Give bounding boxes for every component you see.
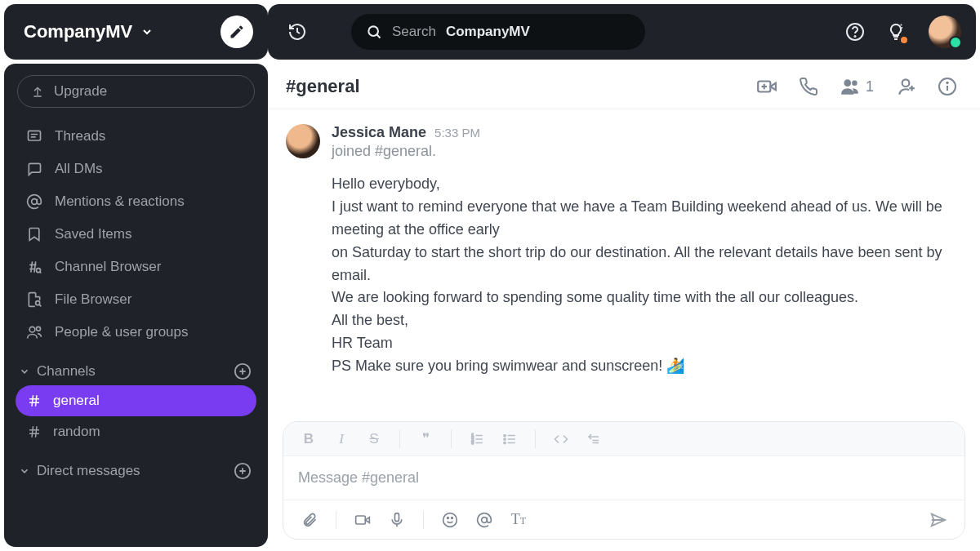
nav-people[interactable]: People & user groups bbox=[17, 317, 255, 348]
search-input[interactable]: Search CompanyMV bbox=[351, 14, 645, 50]
message-avatar[interactable] bbox=[286, 124, 320, 158]
nav-saved[interactable]: Saved Items bbox=[17, 219, 255, 250]
message-composer: B I S ❞ 123 Message #general bbox=[283, 421, 965, 540]
compose-button[interactable] bbox=[220, 16, 253, 48]
bullet-list-button[interactable] bbox=[496, 427, 523, 451]
italic-button[interactable]: I bbox=[327, 427, 355, 451]
separator bbox=[399, 430, 400, 448]
workspace-switcher[interactable]: CompanyMV bbox=[24, 21, 154, 42]
video-message-button[interactable] bbox=[348, 507, 377, 533]
people-icon bbox=[25, 324, 43, 340]
nav-label: People & user groups bbox=[55, 324, 189, 340]
svg-point-54 bbox=[504, 434, 506, 436]
separator bbox=[535, 430, 536, 448]
nav-label: Mentions & reactions bbox=[55, 193, 185, 210]
hash-icon bbox=[27, 424, 42, 439]
separator bbox=[451, 430, 452, 448]
svg-line-20 bbox=[32, 395, 33, 407]
code-icon bbox=[554, 432, 568, 447]
bold-button[interactable]: B bbox=[295, 427, 323, 451]
message-time: 5:33 PM bbox=[434, 126, 480, 140]
placeholder: Message #general bbox=[298, 469, 419, 486]
hash-icon bbox=[27, 393, 42, 408]
chevron-down-icon bbox=[19, 366, 30, 377]
at-icon bbox=[25, 193, 43, 210]
nav-threads[interactable]: Threads bbox=[17, 121, 255, 152]
svg-point-39 bbox=[902, 79, 910, 87]
svg-line-12 bbox=[39, 304, 42, 307]
add-person-icon bbox=[895, 76, 916, 97]
start-call-button[interactable] bbox=[799, 77, 818, 96]
svg-point-55 bbox=[504, 438, 506, 439]
separator bbox=[423, 511, 424, 529]
message: Jessica Mane 5:33 PM joined #general. He… bbox=[286, 124, 957, 378]
composer-actions: TT bbox=[283, 500, 964, 539]
history-button[interactable] bbox=[283, 17, 312, 47]
mention-button[interactable] bbox=[470, 507, 499, 533]
members-button[interactable]: 1 bbox=[840, 76, 874, 97]
start-video-button[interactable] bbox=[756, 76, 777, 97]
attach-button[interactable] bbox=[295, 507, 324, 533]
codeblock-button[interactable] bbox=[580, 427, 608, 451]
add-channel-button[interactable] bbox=[234, 362, 252, 380]
message-line: HR Team bbox=[332, 332, 957, 355]
nav-mentions[interactable]: Mentions & reactions bbox=[17, 186, 255, 217]
message-line: All the best, bbox=[332, 309, 957, 332]
upgrade-button[interactable]: Upgrade bbox=[17, 75, 255, 108]
nav-label: Threads bbox=[55, 128, 105, 144]
message-line: PS Make sure you bring swimwear and suns… bbox=[332, 355, 957, 378]
emoji-button[interactable] bbox=[435, 507, 465, 533]
sidebar-nav: Threads All DMs Mentions & reactions Sav… bbox=[12, 121, 260, 348]
svg-point-32 bbox=[854, 36, 855, 37]
audio-message-button[interactable] bbox=[382, 507, 412, 533]
channel-name: random bbox=[53, 424, 100, 440]
ordered-list-button[interactable]: 123 bbox=[463, 427, 491, 451]
svg-rect-60 bbox=[356, 516, 366, 524]
message-text: Hello everybody, I just want to remind e… bbox=[332, 173, 957, 378]
svg-point-67 bbox=[482, 517, 488, 522]
format-toolbar: B I S ❞ 123 bbox=[283, 422, 964, 456]
svg-line-21 bbox=[36, 395, 38, 407]
svg-line-7 bbox=[31, 261, 33, 272]
workspace-name: CompanyMV bbox=[24, 21, 132, 42]
message-line: I just want to remind everyone that we h… bbox=[332, 196, 957, 242]
dms-header[interactable]: Direct messages bbox=[12, 462, 260, 485]
upgrade-label: Upgrade bbox=[54, 83, 107, 100]
code-button[interactable] bbox=[547, 427, 575, 451]
svg-line-24 bbox=[32, 426, 33, 438]
user-avatar[interactable] bbox=[929, 16, 961, 48]
text-format-icon: TT bbox=[511, 511, 526, 528]
channels-header[interactable]: Channels bbox=[12, 362, 260, 385]
system-message: joined #general. bbox=[332, 143, 957, 160]
video-plus-icon bbox=[756, 76, 777, 97]
message-input[interactable]: Message #general bbox=[283, 456, 964, 500]
svg-point-13 bbox=[29, 327, 35, 332]
threads-icon bbox=[25, 128, 43, 144]
message-author[interactable]: Jessica Mane bbox=[332, 124, 426, 141]
add-dm-button[interactable] bbox=[234, 462, 252, 480]
add-member-button[interactable] bbox=[895, 76, 916, 97]
nav-all-dms[interactable]: All DMs bbox=[17, 153, 255, 184]
nav-label: Channel Browser bbox=[55, 259, 161, 275]
send-button[interactable] bbox=[924, 507, 953, 533]
member-count: 1 bbox=[866, 78, 874, 96]
channel-general[interactable]: general bbox=[16, 385, 256, 416]
svg-point-66 bbox=[452, 517, 453, 518]
nav-label: All DMs bbox=[55, 161, 103, 177]
nav-channel-browser[interactable]: Channel Browser bbox=[17, 251, 255, 282]
channel-info-button[interactable] bbox=[938, 77, 957, 96]
format-toggle-button[interactable]: TT bbox=[504, 507, 533, 533]
strike-button[interactable]: S bbox=[360, 427, 388, 451]
bookmark-icon bbox=[25, 226, 43, 242]
quote-button[interactable]: ❞ bbox=[412, 427, 439, 451]
channel-random[interactable]: random bbox=[16, 416, 256, 447]
svg-point-64 bbox=[443, 513, 457, 527]
message-list: Jessica Mane 5:33 PM joined #general. He… bbox=[268, 109, 980, 413]
help-button[interactable] bbox=[840, 17, 870, 47]
nav-file-browser[interactable]: File Browser bbox=[17, 284, 255, 315]
bullet-list-icon bbox=[502, 432, 517, 447]
tips-button[interactable] bbox=[884, 17, 914, 47]
paperclip-icon bbox=[301, 512, 318, 528]
section-label: Channels bbox=[37, 363, 96, 380]
help-icon bbox=[845, 22, 865, 42]
